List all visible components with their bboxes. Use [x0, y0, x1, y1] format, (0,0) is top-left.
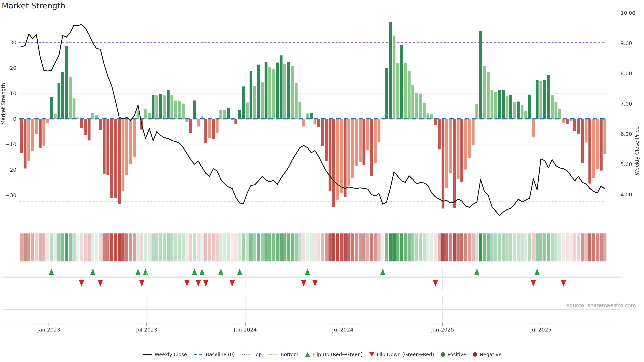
- heatmap-cell: [166, 233, 170, 261]
- right-axis-tick: 9.00: [620, 40, 632, 46]
- heatmap-cell: [140, 233, 144, 261]
- heatmap-cell: [520, 233, 524, 261]
- strength-bar: [513, 102, 516, 119]
- heatmap-cell: [566, 233, 569, 261]
- strength-bar: [453, 119, 456, 208]
- left-axis-tick: 10: [10, 90, 16, 96]
- heatmap-cell: [550, 233, 554, 261]
- heatmap-cell: [182, 233, 185, 261]
- strength-bar: [72, 98, 76, 119]
- heatmap-cell: [35, 233, 38, 261]
- right-axis-tick: 5.00: [620, 161, 632, 167]
- heatmap-cell: [65, 233, 68, 261]
- strength-bar: [182, 104, 185, 119]
- heatmap-cell: [76, 233, 79, 261]
- legend-circle-red-icon: [473, 352, 477, 357]
- heatmap-cell: [54, 233, 57, 261]
- heatmap-cell: [189, 233, 192, 261]
- strength-bar: [148, 113, 151, 119]
- strength-bar: [524, 111, 527, 119]
- strength-bar: [404, 63, 407, 119]
- legend-item: Baseline (0): [194, 352, 235, 357]
- legend-item: Flip Down (Green→Red): [369, 352, 434, 357]
- strength-bar: [423, 103, 426, 119]
- strength-bar: [219, 110, 222, 119]
- heatmap-cell: [84, 233, 87, 261]
- heatmap-cell: [197, 233, 200, 261]
- left-axis-tick: −30: [6, 192, 16, 198]
- right-axis-tick: 8.00: [620, 70, 632, 76]
- heatmap-cell: [42, 233, 46, 261]
- x-axis-tick: Jan 2023: [37, 327, 60, 333]
- heatmap-cell: [144, 233, 147, 261]
- heatmap-cell: [366, 233, 369, 261]
- strength-bar: [253, 86, 256, 119]
- heatmap-cell: [200, 233, 204, 261]
- heatmap-cell: [88, 233, 91, 261]
- heatmap-cell: [498, 233, 501, 261]
- strength-bar: [170, 95, 174, 119]
- flip-up-marker: [200, 269, 204, 275]
- flip-up-marker: [237, 269, 242, 275]
- legend-label: Flip Down (Green→Red): [377, 352, 434, 357]
- heatmap-cell: [396, 233, 400, 261]
- right-axis-tick: 7.00: [620, 101, 632, 107]
- heatmap-cell: [506, 233, 509, 261]
- heatmap-cell: [419, 233, 422, 261]
- heatmap-cell: [456, 233, 460, 261]
- heatmap-cell: [468, 233, 471, 261]
- strength-bar: [540, 81, 542, 119]
- strength-bar: [464, 119, 467, 169]
- heatmap-cell: [257, 233, 260, 261]
- strength-bar: [325, 119, 328, 161]
- strength-bar: [328, 119, 332, 191]
- heatmap-cell: [61, 233, 64, 261]
- heatmap-cell: [204, 233, 208, 261]
- strength-bar: [103, 119, 106, 174]
- strength-bar: [389, 22, 392, 119]
- heatmap-cell: [588, 233, 591, 261]
- heatmap-cell: [155, 233, 158, 261]
- left-axis-tick: 20: [10, 65, 16, 71]
- strength-bar: [442, 119, 444, 209]
- heatmap-cell: [102, 233, 106, 261]
- flip-up-marker: [143, 269, 148, 275]
- market-strength-chart: 3020100−10−20−3010.009.008.007.006.005.0…: [0, 0, 644, 362]
- heatmap-cell: [377, 233, 380, 261]
- heatmap-cell: [302, 233, 305, 261]
- right-axis-tick: 6.00: [620, 131, 632, 137]
- heatmap-cell: [291, 233, 294, 261]
- strength-bar: [46, 119, 49, 123]
- heatmap-cell: [294, 233, 298, 261]
- heatmap-cell: [355, 233, 358, 261]
- flip-up-marker: [136, 269, 140, 275]
- heatmap-cell: [400, 233, 403, 261]
- heatmap-cell: [509, 233, 512, 261]
- strength-bar: [374, 119, 377, 163]
- heatmap-cell: [528, 233, 531, 261]
- strength-bar: [156, 95, 158, 119]
- strength-bar: [366, 119, 369, 150]
- strength-bar: [554, 102, 557, 119]
- flip-down-marker: [79, 280, 84, 287]
- strength-bar: [408, 71, 410, 119]
- strength-bar: [392, 35, 396, 119]
- strength-bar: [509, 95, 512, 119]
- heatmap-cell: [600, 233, 603, 261]
- strength-bar: [265, 62, 268, 119]
- heatmap-cell: [479, 233, 482, 261]
- strength-bar: [528, 95, 531, 119]
- strength-bar: [490, 90, 494, 119]
- flip-up-marker: [218, 269, 224, 275]
- heatmap-cell: [20, 233, 23, 261]
- legend-item: Bottom: [268, 352, 298, 357]
- strength-bar: [600, 119, 602, 171]
- strength-bar: [348, 119, 350, 186]
- heatmap-cell: [581, 233, 584, 261]
- strength-bar: [69, 77, 72, 119]
- strength-bar: [144, 109, 147, 119]
- strength-bar: [314, 119, 316, 124]
- legend: Weekly CloseBaseline (0)TopBottomFlip Up…: [0, 352, 644, 357]
- strength-bar: [280, 55, 282, 119]
- strength-bar: [268, 67, 271, 119]
